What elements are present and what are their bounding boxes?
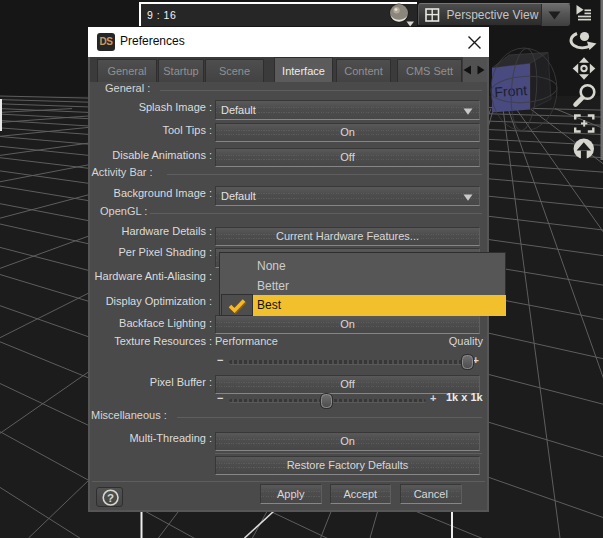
svg-text:?: ? [107, 492, 114, 504]
